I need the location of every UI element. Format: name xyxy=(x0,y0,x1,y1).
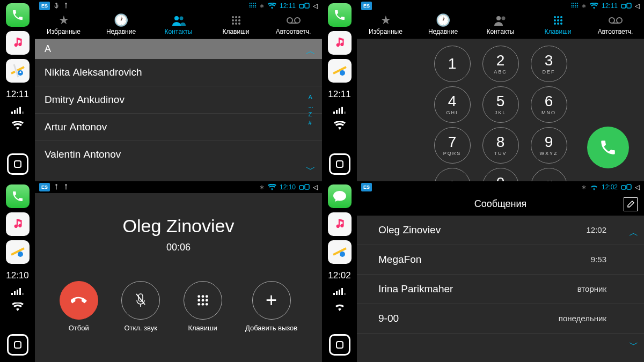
call-buttons: Отбой Откл. звук Клавиши +Добавить вызов xyxy=(35,281,322,332)
music-app-icon[interactable] xyxy=(328,31,352,55)
phone-app-icon[interactable] xyxy=(328,3,352,27)
back-icon[interactable]: ◁ xyxy=(635,2,640,10)
svg-rect-55 xyxy=(627,184,631,189)
es-icon: ES xyxy=(361,183,372,191)
key-*[interactable]: * xyxy=(434,168,471,181)
svg-rect-22 xyxy=(627,3,631,8)
svg-point-51 xyxy=(205,302,208,305)
svg-point-16 xyxy=(238,23,240,25)
message-row[interactable]: Irina Parikmaherвторник xyxy=(357,275,644,304)
message-row[interactable]: Oleg Zinoviev12:02 xyxy=(357,216,644,245)
signal-icon xyxy=(333,287,346,295)
svg-point-28 xyxy=(554,19,556,21)
svg-point-34 xyxy=(609,18,614,23)
tab-favorites[interactable]: ★Избранные xyxy=(357,12,414,39)
home-button[interactable] xyxy=(7,153,28,175)
contact-row[interactable]: Artur Antonov xyxy=(35,114,322,141)
back-icon[interactable]: ◁ xyxy=(635,183,640,191)
phone-app-icon[interactable] xyxy=(6,3,30,27)
tab-favorites[interactable]: ★Избранные xyxy=(35,12,92,39)
svg-point-37 xyxy=(18,252,23,257)
home-button[interactable] xyxy=(329,334,350,356)
svg-point-6 xyxy=(174,16,179,20)
signal-icon xyxy=(11,106,24,114)
car-icon xyxy=(299,2,310,10)
contact-row[interactable]: Valentin Antonov xyxy=(35,141,322,168)
messages-app-icon[interactable] xyxy=(328,184,352,208)
key-8[interactable]: 8TUV xyxy=(482,127,519,164)
svg-point-44 xyxy=(201,295,204,298)
status-time: 12:10 xyxy=(280,183,296,191)
svg-point-7 xyxy=(179,17,183,20)
svg-point-17 xyxy=(287,18,292,23)
svg-point-31 xyxy=(554,23,556,25)
tab-contacts[interactable]: Контакты xyxy=(150,12,207,39)
keypad-button[interactable]: Клавиши xyxy=(184,281,222,332)
dial-button[interactable] xyxy=(587,127,629,168)
tab-contacts[interactable]: Контакты xyxy=(472,12,529,39)
tab-keypad[interactable]: Клавиши xyxy=(529,12,587,39)
key-5[interactable]: 5JKL xyxy=(482,86,519,123)
maps-app-icon[interactable] xyxy=(328,240,352,264)
back-icon[interactable]: ◁ xyxy=(313,2,318,10)
svg-point-45 xyxy=(205,295,208,298)
call-duration: 00:06 xyxy=(35,242,322,253)
side-clock: 12:11 xyxy=(6,89,29,100)
maps-app-icon[interactable] xyxy=(328,59,352,83)
key-6[interactable]: 6MNO xyxy=(531,86,567,123)
add-call-button[interactable]: +Добавить вызов xyxy=(245,281,297,332)
tab-voicemail[interactable]: Автоответч. xyxy=(265,12,322,39)
key-4[interactable]: 4GHI xyxy=(434,86,471,123)
svg-point-20 xyxy=(340,70,345,76)
mute-button[interactable]: Откл. звук xyxy=(121,281,160,332)
contact-row[interactable]: Nikita Aleksandrovich xyxy=(35,59,322,86)
key-9[interactable]: 9WXYZ xyxy=(531,127,567,164)
chevron-up-icon[interactable]: ︿ xyxy=(306,45,316,57)
scroll-index[interactable]: ︿﹀ xyxy=(629,226,639,352)
key-#[interactable]: # xyxy=(531,168,567,181)
svg-rect-54 xyxy=(621,186,626,189)
main-keypad: ES ⠿⠿ ∗ 12:11 ◁ ★Избранные 🕐Недавние Кон… xyxy=(357,0,644,181)
key-0[interactable]: 0+ xyxy=(482,168,519,181)
message-row[interactable]: 9-00понедельник xyxy=(357,304,644,334)
svg-point-35 xyxy=(617,18,622,23)
caller-name: Oleg Zinoviev xyxy=(35,216,322,237)
alpha-index[interactable]: ︿ A...Z# ﹀ xyxy=(303,39,319,181)
svg-rect-41 xyxy=(305,184,309,189)
tab-keypad[interactable]: Клавиши xyxy=(207,12,265,39)
key-3[interactable]: 3DEF xyxy=(531,46,567,82)
sidebar: 12:02 xyxy=(322,181,357,363)
tab-recent[interactable]: 🕐Недавние xyxy=(92,12,150,39)
tab-voicemail[interactable]: Автоответч. xyxy=(587,12,644,39)
contacts-list: A Nikita Aleksandrovich Dmitry Ankudinov… xyxy=(35,39,322,181)
music-app-icon[interactable] xyxy=(6,212,30,236)
home-button[interactable] xyxy=(329,153,350,175)
svg-point-50 xyxy=(201,302,204,305)
compose-button[interactable] xyxy=(624,197,638,211)
tab-recent[interactable]: 🕐Недавние xyxy=(414,12,472,39)
phone-app-icon[interactable] xyxy=(6,184,30,208)
status-time: 12:02 xyxy=(602,183,618,191)
music-app-icon[interactable] xyxy=(328,212,352,236)
end-call-button[interactable]: Отбой xyxy=(60,281,98,332)
svg-point-32 xyxy=(557,23,559,25)
svg-point-15 xyxy=(235,23,237,25)
svg-point-46 xyxy=(197,299,200,301)
key-1[interactable]: 1 xyxy=(434,46,471,82)
maps-app-icon[interactable] xyxy=(6,59,30,83)
chevron-down-icon[interactable]: ﹀ xyxy=(306,163,316,176)
key-7[interactable]: 7PQRS xyxy=(434,127,471,164)
home-button[interactable] xyxy=(7,334,28,356)
music-app-icon[interactable] xyxy=(6,31,30,55)
svg-rect-21 xyxy=(621,4,626,8)
svg-point-26 xyxy=(557,16,559,18)
message-row[interactable]: MegaFon9:53 xyxy=(357,245,644,275)
maps-app-icon[interactable] xyxy=(6,240,30,264)
pane-messages: 12:02 ES ∗ 12:02 ◁ Сообщения Oleg Zinovi… xyxy=(322,181,644,363)
wifi-icon xyxy=(12,121,24,130)
svg-point-43 xyxy=(197,295,200,298)
svg-point-12 xyxy=(235,19,237,21)
key-2[interactable]: 2ABC xyxy=(482,46,519,82)
back-icon[interactable]: ◁ xyxy=(313,183,318,191)
contact-row[interactable]: Dmitry Ankudinov xyxy=(35,86,322,114)
